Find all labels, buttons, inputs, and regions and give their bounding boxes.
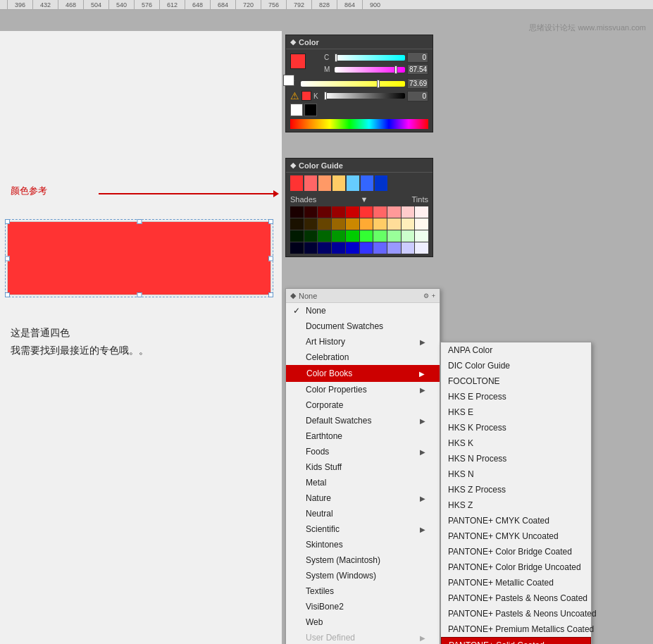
menu-item-kids-stuff[interactable]: Kids Stuff [286,459,440,475]
shade-cell[interactable] [346,242,359,254]
guide-swatch-1[interactable] [290,175,303,191]
m-thumb[interactable] [394,66,397,74]
background-swatch[interactable] [283,75,294,86]
color-gradient-bar[interactable] [290,119,428,129]
handle-tr[interactable] [268,219,273,224]
submenu-hks-k[interactable]: HKS K [441,435,591,451]
c-value[interactable]: 0 [407,52,428,63]
submenu-hks-z-process[interactable]: HKS Z Process [441,482,591,497]
c-thumb[interactable] [335,54,337,62]
shade-cell[interactable] [304,206,318,218]
submenu-hks-k-process[interactable]: HKS K Process [441,420,591,435]
shade-cell[interactable] [318,242,331,254]
submenu-pantone-cb-coated[interactable]: PANTONE+ Color Bridge Coated [441,544,591,559]
menu-item-art-history[interactable]: Art History ▶ [286,334,440,349]
shade-cell[interactable] [332,242,345,254]
k-value[interactable]: 0 [407,91,428,101]
submenu-pantone-cb-uncoated[interactable]: PANTONE+ Color Bridge Uncoated [441,559,591,575]
shade-cell[interactable] [387,242,401,254]
submenu-hks-n[interactable]: HKS N [441,466,591,482]
handle-ml[interactable] [5,256,10,261]
handle-bm[interactable] [137,292,142,297]
shade-cell[interactable] [304,242,318,254]
menu-item-color-properties[interactable]: Color Properties ▶ [286,382,440,397]
menu-item-metal[interactable]: Metal [286,475,440,490]
menu-item-textiles[interactable]: Textiles [286,583,440,599]
handle-mr[interactable] [268,256,273,261]
menu-item-neutral[interactable]: Neutral [286,506,440,521]
black-swatch[interactable] [304,104,317,116]
guide-swatch-5[interactable] [347,175,359,191]
handle-tm[interactable] [137,219,142,224]
c-track[interactable] [335,55,405,61]
shade-cell[interactable] [346,206,359,218]
submenu-dic-color-guide[interactable]: DIC Color Guide [441,358,591,373]
shade-cell[interactable] [402,242,415,254]
shade-cell[interactable] [332,230,345,242]
shade-cell[interactable] [387,206,401,218]
y-thumb[interactable] [377,80,380,88]
guide-swatch-2[interactable] [304,175,317,191]
menu-item-corporate[interactable]: Corporate [286,397,440,413]
submenu-hks-n-process[interactable]: HKS N Process [441,451,591,466]
submenu-focoltone[interactable]: FOCOLTONE [441,373,591,389]
k-thumb[interactable] [324,92,327,100]
shade-cell[interactable] [346,230,359,242]
shade-cell[interactable] [332,206,345,218]
shade-cell[interactable] [360,242,373,254]
settings-icon[interactable]: ⚙ [423,292,429,299]
m-value[interactable]: 87.54 [407,64,428,75]
shade-cell[interactable] [290,242,304,254]
shade-cell[interactable] [402,206,415,218]
white-swatch[interactable] [290,104,303,116]
shade-cell[interactable] [290,230,304,242]
menu-item-color-books[interactable]: Color Books ▶ [286,365,440,382]
menu-item-web[interactable]: Web [286,614,440,630]
shade-cell[interactable] [387,218,401,230]
submenu-pantone-premium-metallics[interactable]: PANTONE+ Premium Metallics Coated [441,621,591,637]
menu-item-none[interactable]: None [286,303,440,318]
menu-item-system-win[interactable]: System (Windows) [286,568,440,583]
shade-cell[interactable] [290,218,304,230]
menu-item-user-defined[interactable]: User Defined ▶ [286,630,440,644]
guide-swatch-7[interactable] [375,175,387,191]
shade-cell[interactable] [373,206,387,218]
menu-item-foods[interactable]: Foods ▶ [286,444,440,459]
shade-cell[interactable] [360,230,373,242]
submenu-pantone-cmyk-coated[interactable]: PANTONE+ CMYK Coated [441,513,591,528]
submenu-pantone-metallic-coated[interactable]: PANTONE+ Metallic Coated [441,575,591,590]
shade-cell[interactable] [402,230,415,242]
menu-item-visibone2[interactable]: VisiBone2 [286,599,440,614]
shade-cell[interactable] [304,230,318,242]
submenu-hks-e[interactable]: HKS E [441,404,591,420]
shade-cell[interactable] [332,218,345,230]
y-value[interactable]: 73.69 [407,78,428,89]
shade-cell[interactable] [402,218,415,230]
add-icon[interactable]: + [432,292,435,299]
shades-dropdown[interactable]: ▼ [360,195,368,204]
guide-swatch-3[interactable] [318,175,331,191]
submenu-anpa-color[interactable]: ANPA Color [441,342,591,358]
shade-cell[interactable] [415,206,428,218]
guide-swatch-6[interactable] [361,175,373,191]
menu-item-scientific[interactable]: Scientific ▶ [286,521,440,537]
menu-item-default-swatches[interactable]: Default Swatches ▶ [286,413,440,428]
menu-item-celebration[interactable]: Celebration [286,349,440,365]
shade-cell[interactable] [318,206,331,218]
m-track[interactable] [335,67,405,73]
menu-item-system-mac[interactable]: System (Macintosh) [286,552,440,568]
submenu-hks-z[interactable]: HKS Z [441,497,591,513]
guide-swatch-4[interactable] [332,175,345,191]
submenu-pantone-solid-coated[interactable]: PANTONE+ Solid Coated [441,637,591,644]
handle-tl[interactable] [5,219,10,224]
submenu-pantone-pastels-uncoated[interactable]: PANTONE+ Pastels & Neons Uncoated [441,606,591,621]
shade-cell[interactable] [387,230,401,242]
selected-shape[interactable] [7,221,271,295]
foreground-swatch[interactable] [290,54,306,69]
submenu-hks-e-process[interactable]: HKS E Process [441,389,591,404]
submenu-pantone-pastels-coated[interactable]: PANTONE+ Pastels & Neons Coated [441,590,591,606]
shade-cell[interactable] [318,230,331,242]
shade-cell[interactable] [360,218,373,230]
submenu-pantone-cmyk-uncoated[interactable]: PANTONE+ CMYK Uncoated [441,528,591,544]
k-track[interactable] [324,93,405,99]
